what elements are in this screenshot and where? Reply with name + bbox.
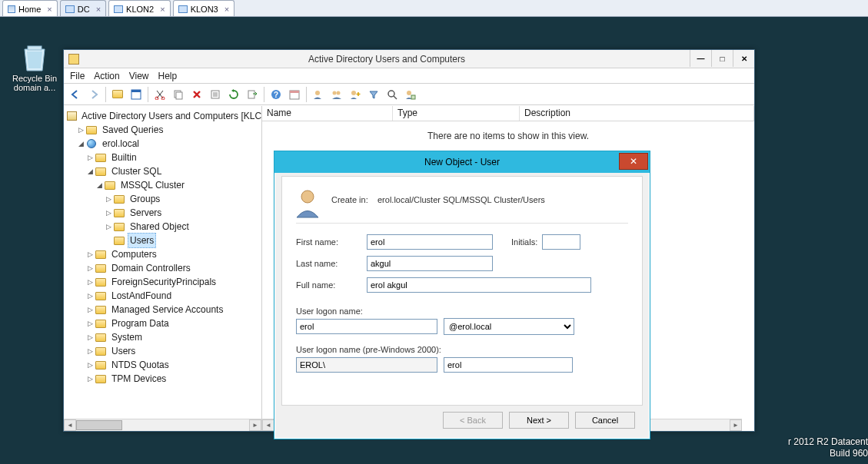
label-initials: Initials: bbox=[511, 237, 537, 247]
find-icon[interactable] bbox=[384, 86, 401, 103]
cut-icon[interactable] bbox=[151, 86, 168, 103]
create-in-path: erol.local/Cluster SQL/MSSQL Cluster/Use… bbox=[377, 195, 545, 204]
copy-icon[interactable] bbox=[170, 86, 187, 103]
refresh-icon[interactable] bbox=[225, 86, 242, 103]
query-icon[interactable] bbox=[402, 86, 419, 103]
svg-point-18 bbox=[407, 91, 411, 95]
sam-input[interactable] bbox=[444, 357, 573, 373]
dialog-title: New Object - User bbox=[274, 157, 650, 167]
tree-msa[interactable]: ▷Managed Service Accounts bbox=[67, 303, 261, 317]
first-name-input[interactable] bbox=[367, 234, 493, 250]
vm-icon bbox=[114, 5, 123, 13]
col-desc[interactable]: Description bbox=[520, 106, 754, 121]
empty-message: There are no items to show in this view. bbox=[262, 131, 754, 141]
tab-klon2[interactable]: KLON2× bbox=[108, 0, 171, 16]
tree-ntds-quotas[interactable]: ▷NTDS Quotas bbox=[67, 358, 261, 372]
scroll-right-icon[interactable]: ► bbox=[249, 419, 261, 431]
svg-rect-2 bbox=[131, 90, 141, 92]
titlebar[interactable]: Active Directory Users and Computers — □… bbox=[64, 50, 754, 68]
delete-icon[interactable] bbox=[188, 86, 205, 103]
tree-domain-controllers[interactable]: ▷Domain Controllers bbox=[67, 261, 261, 275]
export-icon[interactable] bbox=[244, 86, 261, 103]
initials-input[interactable] bbox=[542, 234, 580, 250]
tree-users-ou[interactable]: Users bbox=[67, 234, 261, 247]
toolbar: ? bbox=[64, 84, 754, 105]
scroll-left-icon[interactable]: ◄ bbox=[64, 419, 76, 431]
tree-computers[interactable]: ▷Computers bbox=[67, 247, 261, 261]
window-title: Active Directory Users and Computers bbox=[84, 54, 690, 65]
scroll-right-icon[interactable]: ► bbox=[730, 419, 742, 431]
domain-select[interactable]: @erol.local bbox=[444, 318, 574, 335]
tree-program-data[interactable]: ▷Program Data bbox=[67, 317, 261, 330]
menu-view[interactable]: View bbox=[129, 71, 149, 81]
maximize-button[interactable]: □ bbox=[711, 50, 733, 67]
next-button[interactable]: Next > bbox=[509, 412, 569, 429]
tree-mssql-cluster[interactable]: ◢MSSQL Cluster bbox=[67, 178, 261, 192]
forward-icon[interactable] bbox=[85, 86, 102, 103]
back-icon[interactable] bbox=[67, 86, 84, 103]
os-watermark: r 2012 R2 Datacent Build 960 bbox=[788, 436, 868, 459]
tree-root[interactable]: Active Directory Users and Computers [KL… bbox=[67, 109, 261, 123]
cancel-button[interactable]: Cancel bbox=[575, 412, 635, 429]
vm-icon bbox=[178, 5, 188, 13]
logon-name-input[interactable] bbox=[296, 319, 437, 334]
svg-rect-8 bbox=[248, 91, 254, 98]
new-group-icon[interactable] bbox=[328, 86, 345, 103]
minimize-button[interactable]: — bbox=[690, 50, 711, 67]
props-window-icon[interactable] bbox=[128, 86, 145, 103]
menu-file[interactable]: File bbox=[70, 71, 85, 81]
recycle-bin-icon[interactable]: Recycle Bin domain a... bbox=[8, 41, 62, 92]
menu-help[interactable]: Help bbox=[158, 71, 178, 81]
scroll-left-icon[interactable]: ◄ bbox=[262, 419, 274, 431]
close-icon[interactable]: × bbox=[160, 5, 165, 14]
close-icon[interactable]: × bbox=[47, 5, 52, 14]
create-in-label: Create in: bbox=[331, 195, 368, 204]
col-name[interactable]: Name bbox=[262, 106, 393, 121]
svg-point-20 bbox=[301, 191, 314, 203]
tree-hscroll[interactable]: ◄ ► bbox=[64, 419, 261, 431]
filter-icon[interactable] bbox=[365, 86, 382, 103]
tree-builtin[interactable]: ▷Builtin bbox=[67, 151, 261, 164]
tree-fsp[interactable]: ▷ForeignSecurityPrincipals bbox=[67, 275, 261, 289]
new-container-icon[interactable] bbox=[109, 86, 126, 103]
vm-icon bbox=[65, 5, 75, 13]
close-icon[interactable]: × bbox=[96, 5, 101, 14]
tab-klon3[interactable]: KLON3× bbox=[173, 0, 235, 16]
help-icon[interactable]: ? bbox=[268, 86, 284, 103]
new-user-dialog: New Object - User ✕ Create in: erol.loca… bbox=[274, 151, 650, 439]
tree-tpm-devices[interactable]: ▷TPM Devices bbox=[67, 372, 261, 386]
dialog-titlebar[interactable]: New Object - User ✕ bbox=[274, 151, 650, 173]
scroll-thumb[interactable] bbox=[76, 420, 122, 430]
svg-point-14 bbox=[333, 91, 337, 94]
tab-home[interactable]: Home× bbox=[2, 0, 58, 16]
col-type[interactable]: Type bbox=[393, 106, 520, 121]
label-first: First name: bbox=[296, 237, 367, 247]
full-name-input[interactable] bbox=[367, 277, 591, 293]
menu-action[interactable]: Action bbox=[94, 71, 119, 81]
tree-domain[interactable]: ◢erol.local bbox=[67, 137, 261, 151]
svg-rect-0 bbox=[28, 46, 42, 50]
tree-system[interactable]: ▷System bbox=[67, 330, 261, 344]
close-button[interactable]: ✕ bbox=[733, 50, 754, 67]
tree-servers[interactable]: ▷Servers bbox=[67, 206, 261, 220]
calendar-icon[interactable] bbox=[286, 86, 303, 103]
tree-groups[interactable]: ▷Groups bbox=[67, 192, 261, 206]
tab-dc[interactable]: DC× bbox=[60, 0, 106, 16]
tab-label: Home bbox=[18, 5, 41, 14]
back-button[interactable]: < Back bbox=[443, 412, 503, 429]
vm-tabs: Home× DC× KLON2× KLON3× bbox=[0, 0, 868, 17]
tree-saved-queries[interactable]: ▷Saved Queries bbox=[67, 123, 261, 137]
label-logon2k: User logon name (pre-Windows 2000): bbox=[296, 345, 441, 354]
new-user-icon[interactable] bbox=[310, 86, 327, 103]
tree-cluster-sql[interactable]: ◢Cluster SQL bbox=[67, 164, 261, 178]
tree-shared-object[interactable]: ▷Shared Object bbox=[67, 220, 261, 234]
tab-label: KLON3 bbox=[191, 5, 218, 14]
tree-lostandfound[interactable]: ▷LostAndFound bbox=[67, 289, 261, 303]
dialog-close-button[interactable]: ✕ bbox=[619, 153, 648, 170]
tree-users[interactable]: ▷Users bbox=[67, 344, 261, 358]
close-icon[interactable]: × bbox=[224, 5, 229, 14]
properties-icon[interactable] bbox=[207, 86, 224, 103]
tree-pane[interactable]: Active Directory Users and Computers [KL… bbox=[64, 106, 262, 431]
add-to-group-icon[interactable] bbox=[347, 86, 364, 103]
last-name-input[interactable] bbox=[367, 256, 493, 271]
